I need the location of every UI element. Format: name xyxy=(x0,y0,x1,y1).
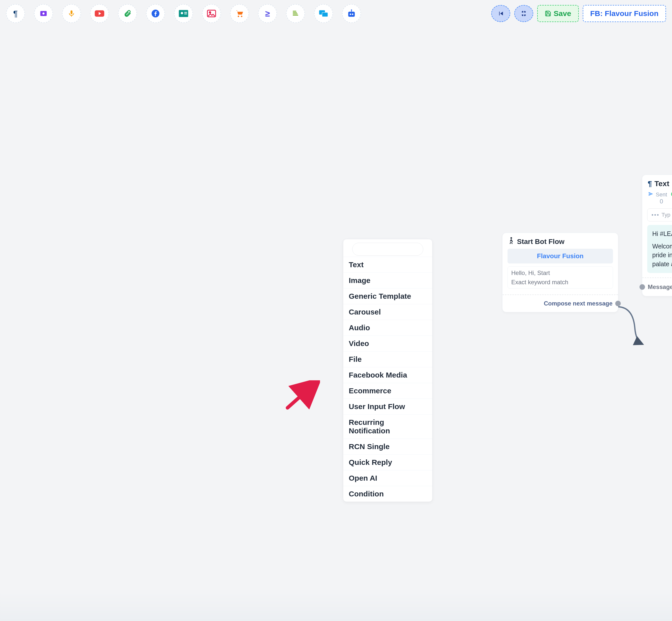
svg-rect-10 xyxy=(184,13,187,14)
annotation-arrow-icon xyxy=(285,380,320,410)
top-toolbar: ¶ ≥ xyxy=(6,4,666,23)
youtube-icon[interactable] xyxy=(90,4,109,23)
svg-point-19 xyxy=(352,13,353,15)
message-bubble[interactable]: Hi #LEA Welcome y creativ sations a prid… xyxy=(647,225,672,273)
chat-icon[interactable] xyxy=(314,4,333,23)
context-menu-item[interactable]: User Input Flow xyxy=(343,399,432,414)
svg-rect-2 xyxy=(71,10,73,14)
match-mode: Exact keyword match xyxy=(511,278,609,287)
input-port-icon[interactable] xyxy=(639,284,645,290)
walking-icon xyxy=(508,237,514,246)
stack-icon[interactable] xyxy=(286,4,305,23)
toolbar-left: ¶ ≥ xyxy=(6,4,361,23)
message-body: Welcome y creativ sations a pride in g d… xyxy=(652,242,672,269)
sent-label: Sent xyxy=(656,192,667,198)
context-menu-item[interactable]: Video xyxy=(343,335,432,351)
compose-next-message[interactable]: Compose next message xyxy=(502,294,618,312)
svg-rect-16 xyxy=(322,12,328,17)
paper-plane-icon xyxy=(648,192,653,198)
context-menu-item[interactable]: Carousel xyxy=(343,304,432,320)
context-menu-item[interactable]: Text xyxy=(343,257,432,273)
dots-icon: ••• xyxy=(652,212,660,218)
paragraph-icon[interactable]: ¶ xyxy=(6,4,25,23)
context-menu-item[interactable]: Ecommerce xyxy=(343,383,432,399)
shopping-cart-icon[interactable] xyxy=(230,4,249,23)
context-menu-item[interactable]: Generic Template xyxy=(343,288,432,304)
greeting-line: Hi #LEA xyxy=(652,230,672,239)
save-button[interactable]: Save xyxy=(537,5,579,22)
photo-icon[interactable] xyxy=(34,4,53,23)
svg-point-21 xyxy=(351,9,352,10)
page-badge[interactable]: FB: Flavour Fusion xyxy=(583,5,666,22)
next-message-label: Message xyxy=(648,284,672,290)
context-menu-item[interactable]: File xyxy=(343,351,432,367)
svg-rect-9 xyxy=(184,12,187,13)
context-menu-item[interactable]: Recurring Notification xyxy=(343,414,432,439)
flow-name-badge[interactable]: Flavour Fusion xyxy=(507,249,613,263)
output-port-icon[interactable] xyxy=(615,301,621,306)
svg-point-13 xyxy=(238,16,239,17)
check-circle-icon xyxy=(671,192,672,198)
context-menu-search-input[interactable] xyxy=(352,243,423,256)
microphone-icon[interactable] xyxy=(62,4,81,23)
skip-back-button[interactable] xyxy=(491,5,510,22)
text-message-card[interactable]: ¶ Text Sent 0 ••• Typ Hi #LEA Welcome y … xyxy=(642,175,672,296)
sent-count: 0 xyxy=(656,198,667,205)
save-label: Save xyxy=(554,9,571,18)
id-card-icon[interactable] xyxy=(174,4,193,23)
start-bot-flow-card[interactable]: Start Bot Flow Flavour Fusion Hello, Hi,… xyxy=(502,233,618,312)
connector-line-icon xyxy=(616,305,643,347)
context-menu-item[interactable]: Condition xyxy=(343,486,432,502)
paragraph-icon: ¶ xyxy=(648,179,652,188)
typing-indicator-field[interactable]: ••• Typ xyxy=(647,208,672,221)
svg-point-12 xyxy=(209,12,211,13)
keyword-list: Hello, Hi, Start xyxy=(511,268,609,278)
svg-point-8 xyxy=(181,12,183,14)
next-message-port[interactable]: Message xyxy=(642,278,672,296)
image-icon[interactable] xyxy=(202,4,221,23)
context-menu-item[interactable]: Audio xyxy=(343,320,432,335)
attachment-icon[interactable] xyxy=(118,4,137,23)
robot-icon[interactable] xyxy=(342,4,361,23)
context-menu-item[interactable]: Open AI xyxy=(343,470,432,486)
context-menu-item[interactable]: RCN Single xyxy=(343,439,432,454)
svg-point-18 xyxy=(350,13,351,15)
text-card-title: Text xyxy=(655,179,669,188)
toolbar-right: Save FB: Flavour Fusion xyxy=(491,4,666,22)
greater-equal-icon[interactable]: ≥ xyxy=(258,4,277,23)
collapse-button[interactable] xyxy=(514,5,533,22)
page-badge-label: FB: Flavour Fusion xyxy=(590,9,659,18)
compose-label: Compose next message xyxy=(544,300,613,307)
text-card-stats: Sent 0 xyxy=(642,191,672,206)
svg-point-14 xyxy=(241,16,242,17)
typing-placeholder: Typ xyxy=(662,212,670,218)
facebook-icon[interactable] xyxy=(146,4,165,23)
svg-point-24 xyxy=(510,237,512,239)
svg-point-1 xyxy=(43,12,45,15)
context-menu-item[interactable]: Quick Reply xyxy=(343,454,432,470)
keyword-settings[interactable]: Hello, Hi, Start Exact keyword match xyxy=(507,266,613,288)
context-menu: Text Image Generic Template Carousel Aud… xyxy=(343,239,433,502)
start-card-title: Start Bot Flow xyxy=(517,238,565,246)
bottom-fade xyxy=(0,591,672,621)
context-menu-item[interactable]: Image xyxy=(343,273,432,288)
svg-rect-17 xyxy=(348,12,355,17)
context-menu-item[interactable]: Facebook Media xyxy=(343,367,432,383)
svg-line-23 xyxy=(287,384,314,408)
